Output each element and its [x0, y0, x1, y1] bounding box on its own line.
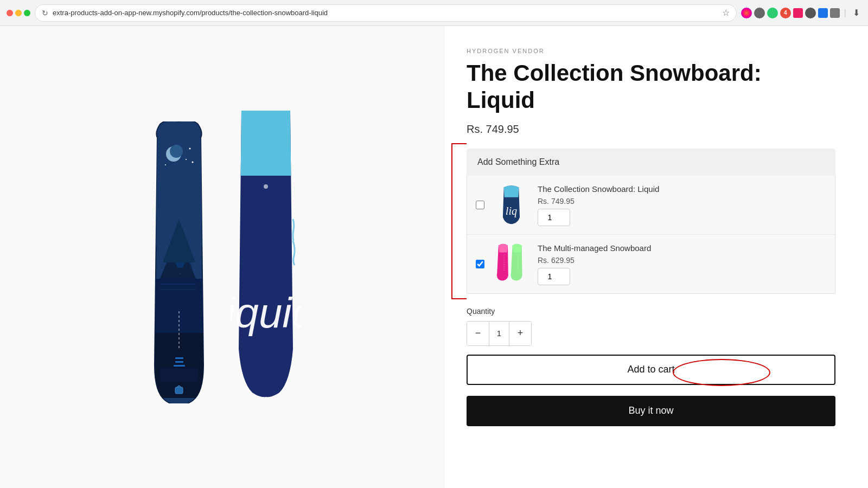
browser-window-controls — [7, 10, 30, 16]
option-1-checkbox[interactable] — [476, 201, 484, 209]
tab-bar: ↻ extra-products-add-on-app-new.myshopif… — [35, 4, 737, 22]
quantity-value: 1 — [489, 322, 509, 345]
quantity-label: Quantity — [467, 307, 835, 316]
option-1-info: The Collection Snowboard: Liquid Rs. 749… — [538, 184, 826, 226]
cart-button-wrapper: Add to cart — [467, 355, 835, 390]
svg-point-4 — [186, 159, 187, 160]
buy-now-button[interactable]: Buy it now — [467, 396, 835, 426]
svg-rect-19 — [175, 361, 183, 363]
option-1-quantity[interactable] — [538, 209, 570, 226]
minimize-window-button[interactable] — [15, 10, 22, 16]
svg-rect-22 — [175, 387, 183, 394]
ext-icon-2[interactable] — [754, 8, 765, 18]
svg-rect-18 — [175, 357, 183, 359]
product-details-section: HYDROGEN VENDOR The Collection Snowboard… — [445, 26, 868, 488]
ext-icon-5[interactable] — [793, 8, 803, 18]
url-text: extra-products-add-on-app-new.myshopify.… — [53, 9, 328, 17]
option-1-name: The Collection Snowboard: Liquid — [538, 184, 826, 195]
snowboard-left — [144, 121, 214, 403]
svg-rect-21 — [160, 368, 198, 382]
svg-point-5 — [192, 162, 194, 163]
option-2-price: Rs. 629.95 — [538, 256, 826, 265]
svg-point-3 — [189, 148, 191, 150]
ext-icon-7[interactable] — [818, 8, 828, 18]
maximize-window-button[interactable] — [24, 10, 30, 16]
separator: | — [844, 8, 846, 18]
svg-text:liquid: liquid — [231, 289, 301, 337]
add-extra-header: Add Something Extra — [467, 149, 835, 176]
option-2-name: The Multi-managed Snowboard — [538, 243, 826, 254]
bookmark-icon[interactable]: ☆ — [722, 8, 730, 18]
add-to-cart-button[interactable]: Add to cart — [467, 355, 835, 385]
option-2-info: The Multi-managed Snowboard Rs. 629.95 — [538, 243, 826, 285]
svg-rect-20 — [174, 365, 185, 367]
address-bar[interactable]: ↻ extra-products-add-on-app-new.myshopif… — [35, 4, 737, 22]
option-1-thumbnail: liq — [492, 183, 530, 227]
option-1-price: Rs. 749.95 — [538, 197, 826, 206]
download-icon[interactable]: ⬇ — [851, 8, 861, 18]
snowboards-container: liquid — [144, 111, 301, 403]
product-title: The Collection Snowboard: Liquid — [467, 60, 835, 114]
page-content: liquid HYDROGEN VENDOR The Collection Sn… — [0, 26, 868, 488]
product-image-section: liquid — [0, 26, 445, 488]
svg-text:liq: liq — [505, 205, 516, 217]
quantity-decrease-button[interactable]: − — [467, 322, 489, 345]
add-extra-container: Add Something Extra liq The Collection S… — [467, 149, 835, 294]
option-2-checkbox[interactable] — [476, 260, 484, 268]
ext-icon-1[interactable] — [741, 8, 752, 18]
quantity-section: Quantity − 1 + — [467, 307, 835, 346]
ext-icon-4[interactable]: 4 — [780, 8, 791, 18]
svg-point-24 — [264, 184, 268, 189]
option-2-thumbnail — [492, 242, 530, 286]
option-row-2: The Multi-managed Snowboard Rs. 629.95 — [467, 235, 835, 293]
red-bracket-annotation — [451, 143, 467, 299]
snowboard-right: liquid — [231, 111, 301, 403]
option-2-quantity[interactable] — [538, 268, 570, 285]
extension-icons: 4 | ⬇ — [741, 8, 861, 18]
ext-icon-3[interactable] — [767, 8, 778, 18]
vendor-label: HYDROGEN VENDOR — [467, 48, 835, 54]
quantity-controls: − 1 + — [467, 321, 532, 346]
product-price: Rs. 749.95 — [467, 123, 835, 136]
svg-point-6 — [165, 164, 166, 165]
reload-icon: ↻ — [42, 9, 48, 17]
ext-icon-8[interactable] — [830, 8, 840, 18]
quantity-increase-button[interactable]: + — [509, 322, 531, 345]
ext-icon-6[interactable] — [805, 8, 816, 18]
product-options-list: liq The Collection Snowboard: Liquid Rs.… — [467, 176, 835, 294]
browser-chrome: ↻ extra-products-add-on-app-new.myshopif… — [0, 0, 868, 26]
svg-point-2 — [170, 145, 183, 158]
close-window-button[interactable] — [7, 10, 13, 16]
option-row-1: liq The Collection Snowboard: Liquid Rs.… — [467, 176, 835, 235]
